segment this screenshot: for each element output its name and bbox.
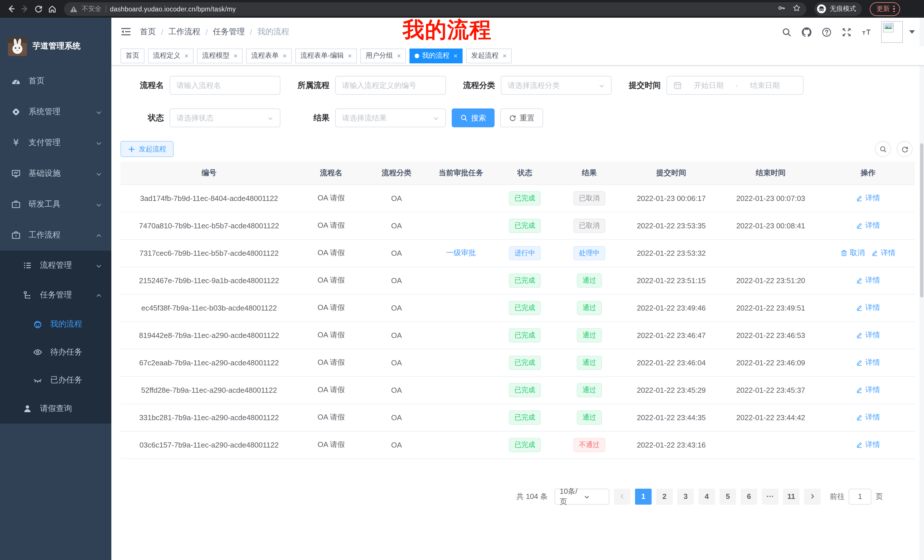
dashboard-icon [11, 76, 21, 85]
sidebar-item-done-tasks[interactable]: 已办任务 [0, 366, 111, 394]
detail-action-link[interactable]: 详情 [856, 330, 880, 340]
search-button[interactable]: 搜索 [452, 108, 495, 127]
goto-page-input[interactable] [849, 488, 872, 505]
reload-icon[interactable] [33, 4, 44, 14]
refresh-table-button[interactable] [897, 141, 913, 157]
page-size-select[interactable]: 10条/页 [555, 488, 609, 505]
detail-action-link[interactable]: 详情 [856, 440, 880, 450]
home-icon[interactable] [47, 4, 57, 14]
start-process-button[interactable]: 发起流程 [120, 141, 174, 157]
next-page-button[interactable] [804, 488, 820, 505]
column-header: 状态 [494, 162, 556, 184]
detail-action-link[interactable]: 详情 [856, 193, 880, 203]
key-icon[interactable] [778, 4, 786, 14]
tab-user-group[interactable]: 用户分组× [360, 48, 406, 63]
close-icon[interactable]: × [283, 52, 286, 60]
cell-id: ec45f38f-7b9a-11ec-b03b-acde48001122 [120, 294, 297, 321]
more-pages-button[interactable]: ··· [762, 488, 778, 505]
category-select[interactable]: 请选择流程分类 [501, 76, 612, 95]
hamburger-icon[interactable] [120, 26, 132, 38]
process-name-input[interactable] [177, 81, 273, 90]
sidebar-item-task-mgmt[interactable]: 任务管理 [0, 280, 111, 310]
sidebar-item-leave-query[interactable]: 请假查询 [0, 394, 111, 424]
table-row: 52ffd28e-7b9a-11ec-a290-acde48001122OA 请… [120, 376, 915, 404]
close-icon[interactable]: × [502, 52, 507, 60]
result-select[interactable]: 请选择流结果 [335, 108, 446, 127]
page-button-5[interactable]: 5 [720, 488, 736, 505]
trash-icon [841, 250, 848, 256]
sidebar-item-infrastructure[interactable]: 基础设施 [0, 158, 111, 189]
detail-action-link[interactable]: 详情 [872, 248, 896, 258]
cell-actions: 取消详情 [822, 239, 915, 267]
github-icon[interactable] [801, 27, 812, 37]
avatar[interactable] [881, 21, 903, 43]
cell-actions: 详情 [822, 404, 915, 431]
help-icon[interactable] [821, 27, 831, 37]
close-icon[interactable]: × [184, 52, 189, 60]
breadcrumb-item[interactable]: 工作流程 [168, 27, 201, 37]
scrollbar-thumb[interactable] [920, 143, 923, 297]
page-button-3[interactable]: 3 [677, 488, 694, 505]
reset-button[interactable]: 重置 [500, 108, 543, 127]
close-icon[interactable]: × [234, 52, 238, 60]
app-logo-row[interactable]: 芋道管理系统 [0, 18, 111, 62]
back-icon[interactable] [6, 4, 16, 14]
header-search-icon[interactable] [781, 27, 792, 37]
security-label[interactable]: 不安全 [82, 4, 101, 13]
detail-action-link[interactable]: 详情 [856, 385, 880, 395]
breadcrumb-item[interactable]: 任务管理 [213, 27, 245, 37]
sidebar-item-todo-tasks[interactable]: 待办任务 [0, 338, 111, 366]
sidebar-item-dev-tools[interactable]: 研发工具 [0, 189, 111, 220]
cancel-action-link[interactable]: 取消 [841, 248, 865, 258]
sidebar-item-process-mgmt[interactable]: 流程管理 [0, 251, 111, 280]
sidebar-item-workflow[interactable]: 工作流程 [0, 220, 111, 251]
bookmark-star-icon[interactable] [793, 4, 801, 14]
detail-action-link[interactable]: 详情 [856, 275, 880, 285]
tab-home[interactable]: 首页 [120, 48, 144, 63]
tab-process-form[interactable]: 流程表单× [246, 48, 292, 63]
sidebar-item-label: 任务管理 [40, 290, 72, 300]
sidebar-item-system[interactable]: 系统管理 [0, 96, 111, 127]
status-select[interactable]: 请选择状态 [170, 108, 280, 127]
font-size-icon[interactable] [861, 27, 872, 37]
sidebar-item-payment[interactable]: ¥支付管理 [0, 127, 111, 158]
update-button[interactable]: 更新 [870, 2, 900, 16]
sidebar-item-home[interactable]: 首页 [0, 66, 111, 96]
tab-my-process[interactable]: 我的流程× [410, 48, 463, 63]
submit-time-range[interactable]: 开始日期 - 结束日期 [666, 76, 804, 95]
page-button-1[interactable]: 1 [635, 488, 652, 505]
breadcrumb-item[interactable]: 首页 [140, 27, 156, 37]
close-icon[interactable]: × [453, 52, 458, 60]
result-badge: 处理中 [573, 246, 605, 260]
task-link[interactable]: 一级审批 [446, 248, 476, 258]
cell-name: OA 请假 [297, 404, 364, 431]
tab-process-model[interactable]: 流程模型× [197, 48, 243, 63]
page-button-6[interactable]: 6 [741, 488, 757, 505]
tab-process-definition[interactable]: 流程定义× [148, 48, 194, 63]
chrome-menu-icon[interactable] [893, 6, 895, 12]
avatar-caret-icon[interactable] [909, 30, 915, 34]
detail-action-link[interactable]: 详情 [856, 302, 880, 313]
show-search-toggle-button[interactable] [875, 141, 891, 157]
close-icon[interactable]: × [348, 52, 352, 60]
process-def-input[interactable] [342, 81, 439, 90]
address-bar[interactable]: 不安全 dashboard.yudao.iocoder.cn/bpm/task/… [64, 2, 806, 16]
forward-icon[interactable] [20, 4, 30, 14]
detail-action-link[interactable]: 详情 [856, 412, 880, 422]
status-badge: 已完成 [509, 355, 541, 370]
page-button-2[interactable]: 2 [656, 488, 673, 505]
chevron-down-icon [95, 108, 102, 115]
sidebar-item-my-process[interactable]: 我的流程 [0, 310, 111, 338]
page-button-4[interactable]: 4 [698, 488, 715, 505]
fullscreen-icon[interactable] [841, 27, 852, 37]
tab-start-process[interactable]: 发起流程× [466, 48, 512, 63]
cell-category: OA [364, 321, 428, 349]
prev-page-button[interactable] [614, 488, 630, 505]
page-button-11[interactable]: 11 [783, 488, 800, 505]
tab-process-form-edit[interactable]: 流程表单-编辑× [295, 48, 357, 63]
detail-action-link[interactable]: 详情 [856, 357, 880, 368]
url-text[interactable]: dashboard.yudao.iocoder.cn/bpm/task/my [110, 5, 774, 12]
close-icon[interactable]: × [397, 52, 401, 60]
page-scrollbar[interactable] [920, 18, 924, 560]
detail-action-link[interactable]: 详情 [856, 220, 880, 231]
